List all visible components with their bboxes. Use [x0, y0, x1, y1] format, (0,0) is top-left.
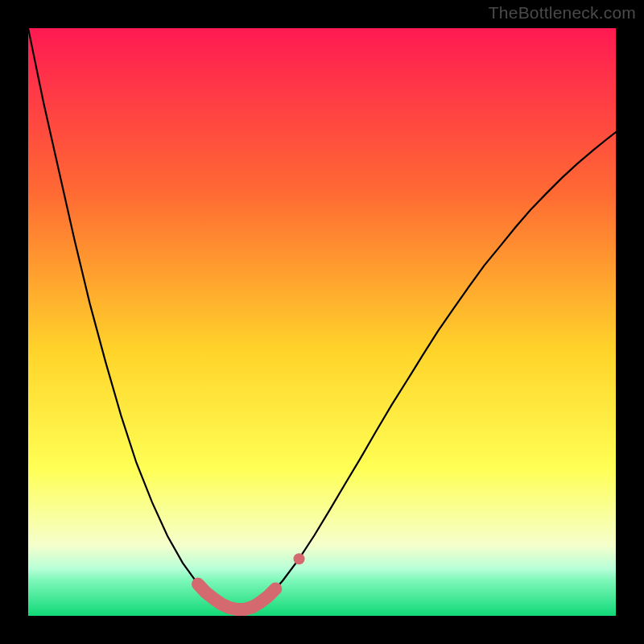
gradient-background — [28, 28, 616, 616]
watermark-text: TheBottleneck.com — [489, 3, 636, 23]
bottleneck-chart — [28, 28, 616, 616]
chart-container: TheBottleneck.com — [0, 0, 644, 644]
plot-area — [28, 28, 616, 616]
isolated-marker-dot — [294, 553, 305, 564]
